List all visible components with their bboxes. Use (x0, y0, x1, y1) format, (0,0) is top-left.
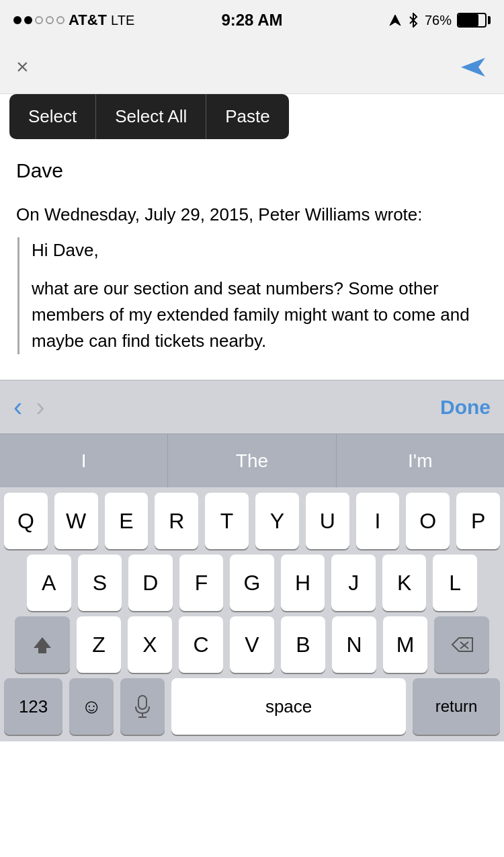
input-toolbar: ‹ › Done (0, 380, 504, 434)
key-L[interactable]: L (433, 555, 477, 611)
close-button[interactable]: × (16, 54, 29, 79)
quoted-greeting: Hi Dave, (32, 237, 488, 263)
key-O[interactable]: O (406, 493, 450, 549)
context-select[interactable]: Select (9, 94, 96, 139)
status-right: 76% (388, 13, 491, 28)
signal-dot-1 (13, 16, 22, 24)
key-F[interactable]: F (179, 555, 224, 611)
key-V[interactable]: V (230, 616, 274, 673)
emoji-key[interactable]: ☺ (69, 678, 114, 735)
svg-marker-1 (461, 58, 485, 77)
key-row-bottom: 123 ☺ space return (0, 673, 504, 741)
battery-icon (457, 13, 491, 28)
signal-dot-4 (46, 16, 54, 24)
shift-key[interactable] (15, 616, 70, 673)
key-X[interactable]: X (128, 616, 172, 673)
network-type: LTE (111, 13, 134, 28)
key-M[interactable]: M (383, 616, 427, 673)
key-J[interactable]: J (331, 555, 376, 611)
backspace-key[interactable] (434, 616, 489, 673)
signal-dots (13, 16, 65, 24)
context-menu: Select Select All Paste (9, 94, 289, 139)
space-key[interactable]: space (171, 678, 406, 735)
key-P[interactable]: P (456, 493, 500, 549)
signal-dot-2 (24, 16, 32, 24)
pred-item-1[interactable]: The (168, 434, 336, 487)
email-meta: On Wednesday, July 29, 2015, Peter Willi… (16, 202, 488, 227)
key-row-1: Q W E R T Y U I O P (0, 487, 504, 549)
key-E[interactable]: E (105, 493, 149, 549)
email-greeting: Dave (16, 159, 488, 182)
status-bar: AT&T LTE 9:28 AM 76% (0, 0, 504, 40)
backspace-icon (450, 635, 474, 654)
key-Y[interactable]: Y (255, 493, 299, 549)
location-icon (388, 13, 402, 27)
mic-icon (133, 694, 152, 719)
done-button[interactable]: Done (440, 396, 491, 419)
svg-marker-0 (390, 15, 401, 26)
key-B[interactable]: B (281, 616, 325, 673)
quoted-content: Hi Dave, what are our section and seat n… (17, 237, 488, 354)
quoted-body: what are our section and seat numbers? S… (32, 276, 488, 354)
context-menu-wrapper: Select Select All Paste (0, 94, 504, 139)
action-bar: × (0, 40, 504, 94)
email-content: Dave On Wednesday, July 29, 2015, Peter … (0, 139, 504, 380)
numbers-key[interactable]: 123 (4, 678, 62, 735)
send-button[interactable] (458, 55, 488, 79)
key-row-2: A S D F G H J K L (0, 549, 504, 611)
key-A[interactable]: A (27, 555, 71, 611)
pred-item-2[interactable]: I'm (337, 434, 504, 487)
key-N[interactable]: N (332, 616, 376, 673)
status-left: AT&T LTE (13, 11, 134, 29)
key-R[interactable]: R (155, 493, 198, 549)
key-row-3: Z X C V B N M (0, 611, 504, 673)
bluetooth-icon (407, 13, 419, 28)
svg-rect-5 (138, 696, 146, 709)
signal-dot-5 (56, 16, 65, 24)
battery-percent: 76% (425, 13, 452, 28)
key-K[interactable]: K (382, 555, 427, 611)
keyboard: Q W E R T Y U I O P A S D F G H J K L Z … (0, 487, 504, 741)
return-key[interactable]: return (413, 678, 500, 735)
key-D[interactable]: D (128, 555, 173, 611)
prev-button[interactable]: ‹ (13, 392, 22, 422)
key-Q[interactable]: Q (4, 493, 48, 549)
shift-icon (32, 635, 52, 655)
mic-key[interactable] (120, 678, 165, 735)
signal-dot-3 (35, 16, 43, 24)
key-T[interactable]: T (205, 493, 249, 549)
key-U[interactable]: U (306, 493, 349, 549)
key-G[interactable]: G (230, 555, 274, 611)
svg-marker-2 (34, 637, 51, 653)
time: 9:28 AM (221, 11, 282, 30)
context-paste[interactable]: Paste (206, 94, 289, 139)
key-C[interactable]: C (179, 616, 223, 673)
key-Z[interactable]: Z (77, 616, 121, 673)
key-I[interactable]: I (356, 493, 400, 549)
key-H[interactable]: H (281, 555, 325, 611)
predictive-bar: I The I'm (0, 434, 504, 487)
carrier: AT&T (69, 11, 107, 29)
nav-buttons: ‹ › (13, 392, 45, 422)
context-select-all[interactable]: Select All (96, 94, 206, 139)
key-S[interactable]: S (78, 555, 122, 611)
key-W[interactable]: W (54, 493, 98, 549)
next-button[interactable]: › (36, 392, 44, 422)
pred-item-0[interactable]: I (0, 434, 168, 487)
